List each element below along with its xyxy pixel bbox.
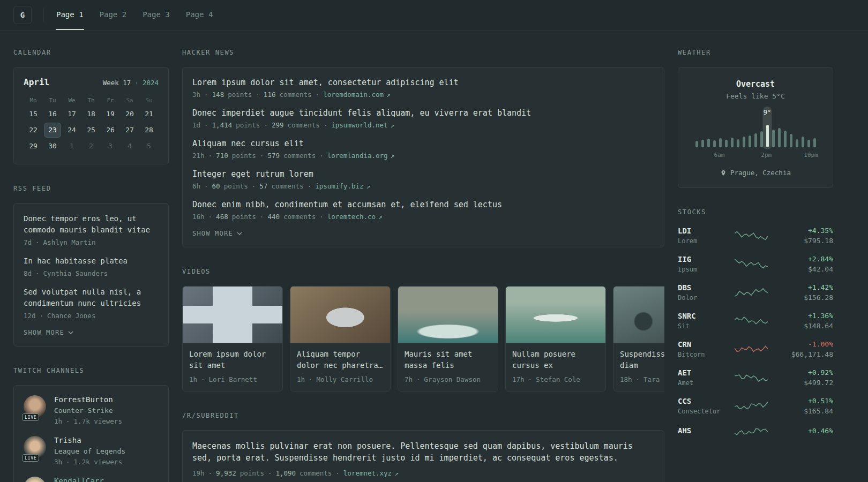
calendar-day[interactable]: 24 xyxy=(64,123,80,137)
stock-sparkline xyxy=(735,371,768,384)
videos-widget: VIDEOS Lorem ipsum dolor sit amet consec… xyxy=(182,268,664,391)
video-card[interactable]: Nullam posuere cursus ex 17h · Stefan Co… xyxy=(505,286,606,391)
calendar-week: Week 17 xyxy=(103,79,131,87)
hn-item-title[interactable]: Lorem ipsum dolor sit amet, consectetur … xyxy=(192,78,459,87)
video-time: 1h xyxy=(189,375,197,383)
hn-item-title[interactable]: Donec enim nibh, condimentum et accumsan… xyxy=(192,200,502,209)
video-card[interactable]: Mauris sit amet massa felis 7h · Grayson… xyxy=(398,286,498,391)
video-info: Suspendisse diam 18h · Tara xyxy=(613,343,664,391)
stock-row[interactable]: IIG Ipsum +2.84% $42.04 xyxy=(678,255,833,273)
hn-item-domain-link[interactable]: loremdomain.com ↗ xyxy=(323,91,390,99)
calendar-day[interactable]: 26 xyxy=(102,123,118,137)
separator-dot: · xyxy=(208,152,213,160)
video-title[interactable]: Mauris sit amet massa felis xyxy=(405,349,491,371)
hn-item-time: 21h xyxy=(192,152,205,160)
page-tab[interactable]: Page 3 xyxy=(142,0,170,30)
calendar-section-title: CALENDAR xyxy=(13,49,169,56)
stock-row[interactable]: DBS Dolor +1.42% $156.28 xyxy=(678,283,833,302)
hn-item-points: 710 xyxy=(216,152,228,160)
calendar-day[interactable]: 16 xyxy=(44,107,61,121)
stock-row[interactable]: CRN Bitcorn -1.00% $66,171.48 xyxy=(678,340,833,358)
weather-bar xyxy=(707,123,710,147)
rss-item-title[interactable]: Sed volutpat nulla nisl, a condimentum n… xyxy=(24,287,159,309)
video-card[interactable]: Lorem ipsum dolor sit amet consectetu… 1… xyxy=(182,286,283,391)
calendar-dow-label: Tu xyxy=(43,93,62,106)
stock-id: DBS Dolor xyxy=(678,283,727,302)
calendar-day[interactable]: 29 xyxy=(25,139,41,153)
video-card[interactable]: Suspendisse diam 18h · Tara xyxy=(613,286,664,391)
rss-show-more-button[interactable]: SHOW MORE xyxy=(24,329,73,336)
calendar-day[interactable]: 28 xyxy=(141,123,157,137)
video-title[interactable]: Aliquam tempor dolor nec pharetra… xyxy=(297,349,384,371)
video-time: 18h xyxy=(620,375,632,383)
app-logo[interactable]: G xyxy=(13,6,32,24)
calendar-day[interactable]: 22 xyxy=(25,123,41,137)
videos-section-title: VIDEOS xyxy=(182,268,664,275)
right-column: WEATHER Overcast Feels like 5°C 9° 6am 2… xyxy=(678,49,833,458)
video-title[interactable]: Lorem ipsum dolor sit amet consectetu… xyxy=(189,349,276,371)
video-thumbnail[interactable] xyxy=(398,287,498,343)
hn-item-title[interactable]: Donec imperdiet augue tincidunt felis al… xyxy=(192,108,531,118)
live-badge: LIVE xyxy=(22,413,39,421)
stock-values: +0.46% xyxy=(808,427,833,437)
hn-item: Lorem ipsum dolor sit amet, consectetur … xyxy=(192,77,654,99)
calendar-day[interactable]: 17 xyxy=(64,107,80,121)
weather-location[interactable]: Prague, Czechia xyxy=(689,169,822,177)
stock-id: AHS xyxy=(678,426,727,437)
rss-item: Sed volutpat nulla nisl, a condimentum n… xyxy=(24,287,159,320)
calendar-day[interactable]: 5 xyxy=(141,139,157,153)
twitch-channel-name[interactable]: Trisha xyxy=(54,436,125,445)
video-thumbnail[interactable] xyxy=(506,287,605,343)
hn-item-domain-link[interactable]: loremtech.co ↗ xyxy=(327,213,383,221)
twitch-channel-row[interactable]: LIVE Trisha League of Legends 3h · 1.2k … xyxy=(24,436,159,466)
hn-item-domain-link[interactable]: ipsumworld.net ↗ xyxy=(331,121,394,129)
subreddit-post-title[interactable]: Maecenas mollis pulvinar erat non posuer… xyxy=(192,441,633,463)
hackernews-show-more-button[interactable]: SHOW MORE xyxy=(192,230,242,237)
post-domain-link[interactable]: loremnet.xyz ↗ xyxy=(343,469,399,477)
rss-item-title[interactable]: In hac habitasse platea xyxy=(24,255,159,267)
twitch-channel-row[interactable]: LIVE ForrestBurton Counter-Strike 1h · 1… xyxy=(24,395,159,425)
hn-item-points: 1,414 xyxy=(212,121,233,129)
rss-item-title[interactable]: Donec tempor eros leo, ut commodo mauris… xyxy=(24,213,159,236)
hn-item-domain-link[interactable]: loremlandia.org ↗ xyxy=(327,152,394,160)
calendar-day[interactable]: 18 xyxy=(83,107,99,121)
stock-row[interactable]: AHS +0.46% xyxy=(678,425,833,438)
video-title[interactable]: Nullam posuere cursus ex xyxy=(512,349,599,371)
stock-row[interactable]: CCS Consectetur +0.51% $165.84 xyxy=(678,397,833,415)
calendar-week-year: Week 17 · 2024 xyxy=(103,79,159,87)
videos-row: Lorem ipsum dolor sit amet consectetu… 1… xyxy=(182,286,664,391)
hn-item-title[interactable]: Integer eget rutrum lorem xyxy=(192,169,313,179)
video-thumbnail[interactable] xyxy=(613,287,664,343)
calendar-day[interactable]: 27 xyxy=(122,123,138,137)
calendar-day[interactable]: 20 xyxy=(122,107,138,121)
calendar-day[interactable]: 15 xyxy=(25,107,41,121)
calendar-day[interactable]: 23 xyxy=(44,123,61,137)
video-card[interactable]: Aliquam tempor dolor nec pharetra… 1h · … xyxy=(290,286,391,391)
calendar-day[interactable]: 19 xyxy=(102,107,118,121)
twitch-channel-row[interactable]: LIVE KendallCarr · xyxy=(24,477,159,482)
calendar-day[interactable]: 25 xyxy=(83,123,99,137)
calendar-day[interactable]: 4 xyxy=(122,139,138,153)
points-label: points xyxy=(224,182,248,190)
calendar-day[interactable]: 30 xyxy=(44,139,61,153)
show-more-label: SHOW MORE xyxy=(24,329,64,336)
video-title[interactable]: Suspendisse diam xyxy=(620,349,664,371)
hn-item-time: 6h xyxy=(192,182,200,190)
hn-item-title[interactable]: Aliquam nec cursus elit xyxy=(192,139,304,148)
hn-item-domain-link[interactable]: ipsumify.biz ↗ xyxy=(315,182,370,190)
twitch-channel-name[interactable]: KendallCarr xyxy=(54,477,104,482)
stock-row[interactable]: AET Amet +0.92% $499.72 xyxy=(678,368,833,387)
page-tab[interactable]: Page 1 xyxy=(56,0,84,30)
calendar-day[interactable]: 2 xyxy=(83,139,99,153)
stock-row[interactable]: LDI Lorem +4.35% $795.18 xyxy=(678,227,833,245)
calendar-day[interactable]: 1 xyxy=(64,139,80,153)
page-tab[interactable]: Page 4 xyxy=(185,0,214,30)
video-thumbnail[interactable] xyxy=(290,287,390,343)
calendar-day[interactable]: 21 xyxy=(141,107,157,121)
calendar-day[interactable]: 3 xyxy=(102,139,118,153)
calendar-dow-label: Mo xyxy=(24,93,43,106)
page-tab[interactable]: Page 2 xyxy=(99,0,128,30)
twitch-channel-name[interactable]: ForrestBurton xyxy=(54,395,122,404)
video-thumbnail[interactable] xyxy=(183,287,282,343)
stock-row[interactable]: SNRC Sit +1.36% $148.64 xyxy=(678,312,833,330)
